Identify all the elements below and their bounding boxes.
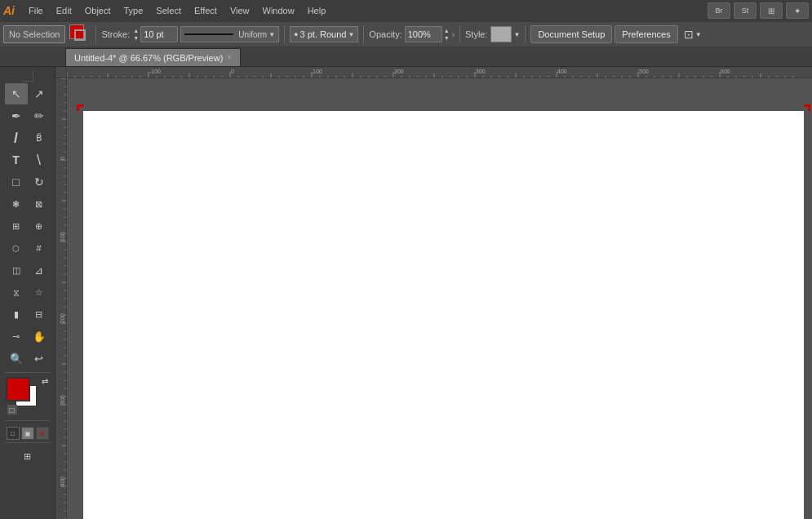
fill-color-area[interactable]	[69, 24, 89, 44]
opacity-section[interactable]: ▲ ▼	[405, 26, 450, 42]
slice-tool[interactable]: ⊸	[5, 326, 28, 347]
menu-select[interactable]: Select	[150, 4, 187, 17]
scale-tool[interactable]: ⊠	[28, 193, 51, 215]
gradient-tool[interactable]: ◫	[5, 260, 28, 281]
ruler-vertical	[55, 78, 67, 519]
stroke-cap-dropdown[interactable]: ● 3 pt. Round ▼	[290, 26, 358, 42]
fill-box-front[interactable]	[6, 377, 30, 401]
hand-tool[interactable]: ✋	[28, 326, 51, 347]
stroke-value-input[interactable]	[140, 26, 178, 42]
menu-file[interactable]: File	[23, 4, 49, 17]
tool-row-3: / B̈	[5, 127, 51, 149]
sep4	[459, 25, 460, 43]
document-tab[interactable]: Untitled-4* @ 66.67% (RGB/Preview) ×	[65, 48, 241, 66]
fill-stroke-area: ⇄ □	[6, 377, 50, 416]
eyedropper-tool[interactable]: ⊿	[28, 260, 51, 281]
opacity-down-arrow[interactable]: ▼	[444, 34, 450, 42]
zoom-tool[interactable]: 🔍	[5, 348, 28, 369]
style-label: Style:	[465, 29, 488, 39]
perspective-tool[interactable]: ⬡	[5, 237, 28, 259]
style-arrow[interactable]: ▼	[514, 31, 521, 38]
arrange-icon-area[interactable]: ⊡ ▼	[684, 28, 702, 41]
document-setup-button[interactable]: Document Setup	[530, 25, 612, 43]
paintbrush-tool[interactable]: ✏	[28, 105, 51, 126]
pen-tool[interactable]: ✒	[5, 105, 28, 126]
bridge-icon[interactable]: Br	[708, 2, 730, 19]
arrange-arrow[interactable]: ▼	[695, 31, 702, 38]
artboard[interactable]	[83, 111, 804, 519]
shape-builder-tool[interactable]: ⊕	[28, 215, 51, 237]
menubar: Ai File Edit Object Type Select Effect V…	[0, 0, 812, 21]
style-swatch[interactable]	[490, 26, 512, 42]
artboard-container[interactable]	[67, 78, 812, 519]
default-colors-button[interactable]: □	[7, 405, 17, 415]
tab-label: Untitled-4* @ 66.67% (RGB/Preview)	[74, 53, 223, 63]
type-tool[interactable]: T	[5, 149, 28, 171]
selection-indicator: No Selection	[3, 25, 65, 43]
selection-tool[interactable]: ↖	[5, 83, 28, 104]
menu-help[interactable]: Help	[302, 4, 332, 17]
direct-selection-tool[interactable]: ↗	[28, 83, 51, 104]
gradient-mode-button[interactable]: ▣	[21, 427, 34, 440]
layers-icon[interactable]: ⊞	[5, 446, 51, 467]
stroke-label: Stroke:	[101, 29, 130, 39]
blend-tool[interactable]: ⧖	[5, 282, 28, 303]
corner-mark-top-right	[797, 104, 810, 118]
menu-effect[interactable]: Effect	[189, 4, 223, 17]
opacity-expand-icon[interactable]: ›	[452, 30, 455, 39]
tool-row-2: ✒ ✏	[5, 105, 51, 126]
search-icon[interactable]: ✦	[786, 2, 809, 19]
stroke-cap-label: 3 pt. Round	[300, 29, 347, 39]
main-area: ↖ ↗ ✒ ✏ / B̈ T \ □ ↻ ❃ ⊠ ⊞ ⊕ ⬡ #	[0, 67, 812, 519]
sep1	[95, 25, 96, 43]
stroke-up-arrow[interactable]: ▲	[133, 27, 139, 34]
opacity-label: Opacity:	[369, 29, 402, 39]
color-mode-button[interactable]: □	[7, 427, 20, 440]
selection-section: No Selection	[3, 25, 65, 43]
rectangle-tool[interactable]: □	[5, 171, 28, 193]
tool-row-7: ⊞ ⊕	[5, 215, 51, 237]
stroke-down-arrow[interactable]: ▼	[133, 34, 139, 42]
free-transform-tool[interactable]: ⊞	[5, 215, 28, 237]
menu-view[interactable]: View	[224, 4, 255, 17]
stroke-cap-icon: ●	[294, 30, 298, 38]
stroke-cap-arrow: ▼	[348, 31, 354, 38]
stock-icon[interactable]: St	[734, 2, 757, 19]
none-mode-button[interactable]: ⊘	[36, 427, 49, 440]
left-toolbar: ↖ ↗ ✒ ✏ / B̈ T \ □ ↻ ❃ ⊠ ⊞ ⊕ ⬡ #	[0, 67, 55, 519]
warp-tool[interactable]: ❃	[5, 193, 28, 215]
workspace-icon[interactable]: ⊞	[760, 2, 783, 19]
tool-row-12: ⊸ ✋	[5, 326, 51, 347]
pencil-tool[interactable]: /	[5, 127, 28, 149]
swap-colors-button[interactable]: ⇄	[42, 377, 48, 386]
menu-edit[interactable]: Edit	[51, 4, 78, 17]
blob-brush-tool[interactable]: B̈	[28, 127, 51, 149]
tool-row-4: T \	[5, 149, 51, 171]
menu-object[interactable]: Object	[79, 4, 117, 17]
stroke-spinner[interactable]: ▲ ▼	[132, 26, 178, 42]
preferences-button[interactable]: Preferences	[615, 25, 677, 43]
canvas-area	[55, 67, 812, 519]
opacity-value-input[interactable]	[405, 26, 442, 42]
rotate-tool[interactable]: ↻	[28, 171, 51, 193]
symbol-tool[interactable]: ☆	[28, 282, 51, 303]
tool-row-13: 🔍 ↩	[5, 348, 51, 369]
extra-tool[interactable]: ↩	[28, 348, 51, 369]
ruler-v-canvas	[55, 78, 67, 519]
arrange-icon[interactable]: ⊡	[684, 28, 694, 41]
tab-close-button[interactable]: ×	[227, 53, 232, 62]
column-graph-tool[interactable]: ▮	[5, 304, 28, 325]
line-tool[interactable]: \	[28, 149, 51, 171]
app-logo: Ai	[3, 4, 15, 17]
opacity-up-arrow[interactable]: ▲	[444, 27, 450, 34]
stroke-swatch-small[interactable]	[74, 29, 86, 41]
tool-separator-3	[5, 442, 51, 443]
artboard-tool[interactable]: ⊟	[28, 304, 51, 325]
mesh-tool[interactable]: #	[28, 237, 51, 259]
menu-window[interactable]: Window	[257, 4, 300, 17]
ruler-horizontal	[67, 67, 812, 78]
sep3	[363, 25, 364, 43]
stroke-line-preview[interactable]: Uniform ▼	[180, 26, 279, 42]
stroke-type-arrow: ▼	[268, 31, 275, 38]
menu-type[interactable]: Type	[118, 4, 149, 17]
